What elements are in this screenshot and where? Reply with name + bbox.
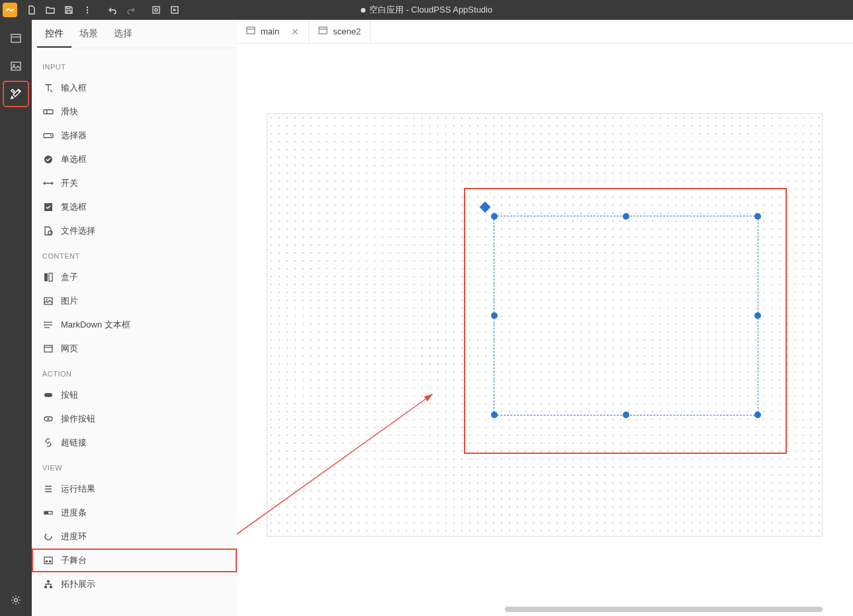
sub-stage-icon — [42, 554, 54, 566]
image-icon — [42, 295, 54, 307]
action-button-icon — [42, 413, 54, 425]
widget-hyperlink[interactable]: 超链接 — [32, 431, 237, 455]
window-title: 空白应用 - CloudPSS AppStudio — [361, 4, 492, 16]
widget-webpage[interactable]: 网页 — [32, 337, 237, 361]
resize-handle-br[interactable] — [754, 412, 761, 418]
left-rail — [0, 20, 32, 616]
widget-action-button[interactable]: 操作按钮 — [32, 407, 237, 431]
svg-rect-41 — [47, 580, 50, 582]
progress-ring-icon — [42, 531, 54, 543]
widget-button[interactable]: 按钮 — [32, 383, 237, 407]
switch-icon — [42, 177, 54, 189]
radio-icon — [42, 154, 54, 165]
rail-page-icon[interactable] — [4, 26, 28, 50]
progress-bar-icon — [42, 507, 54, 519]
tab-select[interactable]: 选择 — [106, 20, 140, 48]
preview-icon[interactable] — [147, 1, 165, 19]
svg-rect-38 — [44, 557, 52, 564]
panel-tabs: 控件 场景 选择 — [32, 20, 237, 48]
scene-icon — [246, 26, 255, 37]
svg-point-26 — [44, 324, 45, 326]
result-icon — [42, 483, 54, 495]
svg-rect-19 — [49, 273, 52, 281]
svg-rect-40 — [49, 560, 51, 562]
tab-scenes[interactable]: 场景 — [71, 20, 106, 48]
selected-widget[interactable] — [494, 216, 758, 416]
svg-rect-11 — [44, 110, 53, 114]
widget-switch[interactable]: 开关 — [32, 171, 237, 195]
svg-rect-46 — [319, 27, 327, 34]
topology-icon — [42, 578, 54, 590]
widget-slider[interactable]: 滑块 — [32, 100, 237, 124]
resize-handle-bc[interactable] — [623, 412, 629, 418]
scene-icon — [318, 26, 328, 37]
select-icon — [42, 130, 54, 142]
svg-rect-39 — [46, 560, 48, 562]
rail-assets-icon[interactable] — [4, 54, 28, 78]
resize-handle-tl[interactable] — [491, 213, 498, 220]
resize-handle-ml[interactable] — [491, 312, 498, 319]
svg-rect-42 — [44, 586, 47, 588]
svg-rect-29 — [44, 393, 52, 397]
scene-tab-scene2[interactable]: scene2 — [309, 20, 371, 43]
undo-icon[interactable] — [103, 1, 122, 19]
widget-sub-stage[interactable]: 子舞台 — [32, 549, 237, 572]
svg-rect-20 — [44, 298, 52, 304]
widget-input-text[interactable]: 输入框 — [32, 76, 237, 100]
svg-point-1 — [87, 9, 88, 11]
canvas[interactable] — [237, 44, 853, 616]
widget-checkbox[interactable]: 复选框 — [32, 195, 237, 219]
widget-selector[interactable]: 选择器 — [32, 124, 237, 148]
svg-point-2 — [87, 12, 88, 13]
run-icon[interactable] — [165, 1, 184, 19]
link-icon — [42, 437, 54, 449]
widget-progress-ring[interactable]: 进度环 — [32, 525, 237, 549]
checkbox-icon — [42, 201, 54, 213]
widget-markdown[interactable]: MarkDown 文本框 — [32, 313, 237, 337]
rotate-handle[interactable] — [480, 202, 491, 213]
markdown-icon — [42, 319, 54, 331]
scene-tab-main[interactable]: main ✕ — [237, 20, 309, 43]
widget-progress-bar[interactable]: 进度条 — [32, 501, 237, 525]
text-input-icon — [42, 82, 54, 94]
horizontal-scrollbar[interactable] — [505, 607, 823, 612]
widget-image[interactable]: 图片 — [32, 289, 237, 313]
section-head-view: VIEW — [32, 455, 237, 477]
new-file-icon[interactable] — [22, 1, 41, 19]
svg-rect-8 — [11, 62, 21, 70]
widget-run-result[interactable]: 运行结果 — [32, 477, 237, 501]
svg-rect-36 — [44, 511, 48, 514]
svg-rect-44 — [247, 27, 255, 34]
editor-area: main ✕ scene2 — [237, 20, 853, 616]
svg-point-4 — [155, 9, 157, 11]
svg-rect-6 — [11, 34, 21, 42]
top-toolbar: 空白应用 - CloudPSS AppStudio — [0, 0, 853, 20]
redo-icon[interactable] — [122, 1, 140, 19]
svg-point-0 — [87, 7, 88, 8]
resize-handle-tc[interactable] — [623, 213, 629, 220]
tab-widgets[interactable]: 控件 — [37, 20, 71, 48]
widget-topology[interactable]: 拓扑展示 — [32, 572, 237, 596]
resize-handle-bl[interactable] — [491, 412, 498, 418]
widget-box[interactable]: 盒子 — [32, 265, 237, 289]
widget-file-picker[interactable]: 文件选择 — [32, 219, 237, 243]
resize-handle-tr[interactable] — [754, 213, 761, 220]
open-folder-icon[interactable] — [41, 1, 60, 19]
button-icon — [42, 389, 54, 401]
slider-icon — [42, 106, 54, 118]
app-logo-icon — [3, 3, 17, 17]
more-icon[interactable] — [78, 1, 97, 19]
widget-radio[interactable]: 单选框 — [32, 148, 237, 171]
svg-rect-27 — [44, 345, 52, 352]
svg-point-10 — [15, 599, 18, 602]
svg-point-21 — [46, 299, 48, 300]
file-icon — [42, 225, 54, 237]
widgets-panel: 控件 场景 选择 INPUT 输入框 滑块 选择器 单选框 开关 复选框 文件选… — [32, 20, 237, 616]
svg-point-31 — [48, 418, 50, 420]
save-icon[interactable] — [60, 1, 78, 19]
scene-tabs: main ✕ scene2 — [237, 20, 853, 44]
rail-tools-icon[interactable] — [4, 82, 28, 106]
rail-settings-icon[interactable] — [4, 588, 28, 612]
close-tab-icon[interactable]: ✕ — [291, 26, 299, 37]
resize-handle-mr[interactable] — [754, 312, 761, 319]
